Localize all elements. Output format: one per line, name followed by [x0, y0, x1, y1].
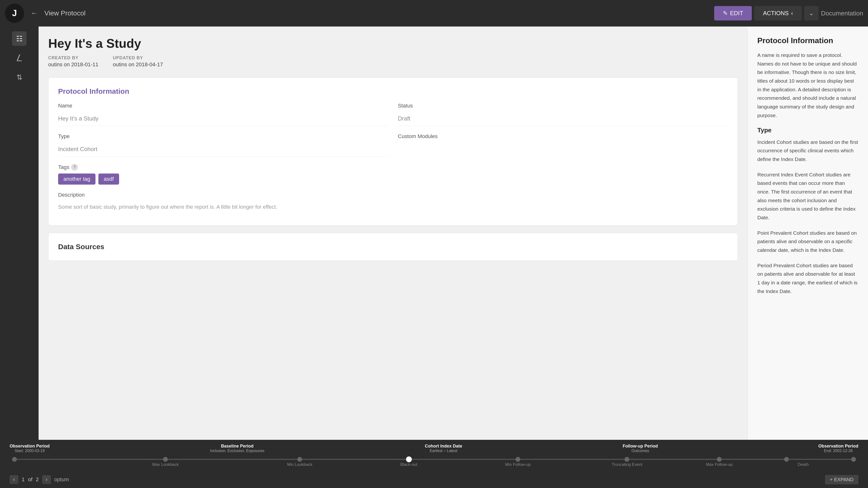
- top-bar-actions: ✎ EDIT ACTIONS ‹ ⌄ Documentation: [714, 6, 863, 21]
- obs-end-sub: End: 2002-12-26: [818, 449, 858, 453]
- name-label: Name: [58, 103, 388, 109]
- edit-button[interactable]: ✎ EDIT: [714, 6, 752, 21]
- chevron-icon: ‹: [791, 10, 793, 17]
- baseline-sub: Inclusion, Exclusion, Exposures: [210, 449, 265, 453]
- grid-icon: ☷: [16, 34, 23, 43]
- created-by-value: outins on 2018-01-11: [48, 61, 98, 67]
- timeline-bar: Observation Period Start: 2000-03-19 Bas…: [0, 440, 868, 471]
- type-group: Type Incident Cohort: [58, 133, 388, 157]
- obs-start-title: Observation Period: [10, 444, 50, 449]
- obs-end-title: Observation Period: [818, 444, 858, 449]
- tags-help-icon[interactable]: ?: [71, 164, 78, 171]
- dropdown-button[interactable]: ⌄: [804, 6, 818, 21]
- next-page-button[interactable]: ›: [42, 475, 51, 484]
- protocol-card-title: Protocol Information: [58, 87, 728, 95]
- sidebar-item-branch[interactable]: ⎳: [12, 51, 27, 65]
- data-source-name: optum: [54, 477, 69, 483]
- timeline-dot-start: [12, 457, 17, 462]
- created-by-meta: CREATED BY outins on 2018-01-11: [48, 56, 98, 68]
- right-panel-description: A name is required to save a protocol. N…: [757, 51, 858, 120]
- marker-blackout: Black-out: [400, 462, 417, 467]
- updated-by-label: UPDATED BY: [113, 56, 163, 61]
- status-label: Status: [398, 103, 728, 109]
- sidebar-item-grid[interactable]: ☷: [12, 31, 27, 46]
- right-panel-title: Protocol Information: [757, 36, 858, 45]
- followup-sub: Outcomes: [623, 449, 658, 453]
- page-title: View Protocol: [44, 9, 709, 17]
- right-panel-type-title: Type: [757, 127, 858, 134]
- sidebar-item-sort[interactable]: ⇅: [12, 70, 27, 84]
- marker-min-followup: Min Follow-up: [505, 462, 531, 467]
- top-bar: J ← View Protocol ✎ EDIT ACTIONS ‹ ⌄ Doc…: [0, 0, 868, 27]
- timeline-dot-min-followup: [624, 457, 629, 462]
- marker-death: Death: [798, 462, 809, 467]
- followup-title: Follow-up Period: [623, 444, 658, 449]
- tags-container: another tag asdf: [58, 173, 728, 185]
- page-total: 2: [36, 477, 39, 483]
- tags-label-text: Tags: [58, 164, 69, 170]
- page-of-label: of: [28, 477, 32, 483]
- right-panel-type-incident: Incident Cohort studies are based on the…: [757, 138, 858, 164]
- type-value: Incident Cohort: [58, 142, 388, 157]
- name-group: Name Hey It's a Study: [58, 103, 388, 126]
- main-layout: ☷ ⎳ ⇅ Hey It's a Study CREATED BY outins…: [0, 27, 868, 440]
- timeline-section-baseline: Baseline Period Inclusion, Exclusion, Ex…: [210, 444, 265, 453]
- right-panel-type-point: Point Prevalent Cohort studies are based…: [757, 229, 858, 255]
- pagination: ‹ 1 of 2 › optum: [10, 475, 69, 484]
- edit-icon: ✎: [723, 10, 728, 17]
- sort-icon: ⇅: [17, 73, 23, 82]
- tags-label: Tags ?: [58, 164, 728, 171]
- timeline-track: Max Lookback Min Lookback Black-out Min …: [14, 455, 854, 467]
- timeline-dot-death: [851, 457, 856, 462]
- obs-start-sub: Start: 2000-03-19: [10, 449, 50, 453]
- documentation-link[interactable]: Documentation: [821, 10, 863, 17]
- custom-modules-label: Custom Modules: [398, 133, 728, 139]
- name-status-row: Name Hey It's a Study Status Draft: [58, 103, 728, 126]
- bottom-bar: ‹ 1 of 2 › optum + EXPAND: [0, 471, 868, 488]
- timeline-dot-max-lookback: [163, 457, 168, 462]
- meta-info: CREATED BY outins on 2018-01-11 UPDATED …: [48, 56, 738, 68]
- description-text: Some sort of basic study, primarily to f…: [58, 200, 728, 213]
- tag-another: another tag: [58, 173, 95, 185]
- prev-page-button[interactable]: ‹: [10, 475, 18, 484]
- type-label: Type: [58, 133, 388, 139]
- timeline-dot-max-followup: [784, 457, 789, 462]
- baseline-title: Baseline Period: [210, 444, 265, 449]
- timeline-labels: Observation Period Start: 2000-03-19 Bas…: [10, 444, 858, 453]
- marker-max-followup: Max Follow-up: [706, 462, 733, 467]
- content-area: Hey It's a Study CREATED BY outins on 20…: [38, 27, 747, 440]
- right-panel-type-period: Period Prevalent Cohort studies are base…: [757, 261, 858, 296]
- created-by-label: CREATED BY: [48, 56, 98, 61]
- data-sources-title: Data Sources: [58, 243, 728, 251]
- edit-label: EDIT: [730, 10, 743, 17]
- timeline-dot-index: [406, 456, 412, 462]
- protocol-card: Protocol Information Name Hey It's a Stu…: [48, 77, 738, 226]
- data-sources-card: Data Sources: [48, 233, 738, 261]
- timeline-section-followup: Follow-up Period Outcomes: [623, 444, 658, 453]
- timeline-section-obs-end: Observation Period End: 2002-12-26: [818, 444, 858, 453]
- updated-by-meta: UPDATED BY outins on 2018-04-17: [113, 56, 163, 68]
- updated-by-value: outins on 2018-04-17: [113, 61, 163, 67]
- logo: J: [5, 4, 24, 23]
- study-title: Hey It's a Study: [48, 36, 738, 51]
- marker-max-lookback: Max Lookback: [152, 462, 179, 467]
- marker-trunc: Truncating Event: [612, 462, 642, 467]
- back-button[interactable]: ←: [29, 7, 39, 19]
- page-current: 1: [22, 477, 25, 483]
- tag-asdf: asdf: [98, 173, 119, 185]
- cohort-sub: Earliest – Latest: [425, 449, 462, 453]
- actions-label: ACTIONS: [763, 10, 789, 17]
- marker-min-lookback: Min Lookback: [287, 462, 312, 467]
- right-panel-type-recurrent: Recurrent Index Event Cohort studies are…: [757, 170, 858, 222]
- name-value: Hey It's a Study: [58, 111, 388, 126]
- actions-button[interactable]: ACTIONS ‹: [754, 6, 802, 21]
- tags-section: Tags ? another tag asdf: [58, 164, 728, 185]
- timeline-line: [14, 459, 854, 460]
- status-value: Draft: [398, 111, 728, 126]
- timeline-dot-blackout: [516, 457, 520, 462]
- expand-button[interactable]: + EXPAND: [825, 475, 858, 484]
- branch-icon: ⎳: [17, 54, 22, 62]
- description-section: Description Some sort of basic study, pr…: [58, 192, 728, 213]
- timeline-section-obs-start: Observation Period Start: 2000-03-19: [10, 444, 50, 453]
- type-modules-row: Type Incident Cohort Custom Modules: [58, 133, 728, 157]
